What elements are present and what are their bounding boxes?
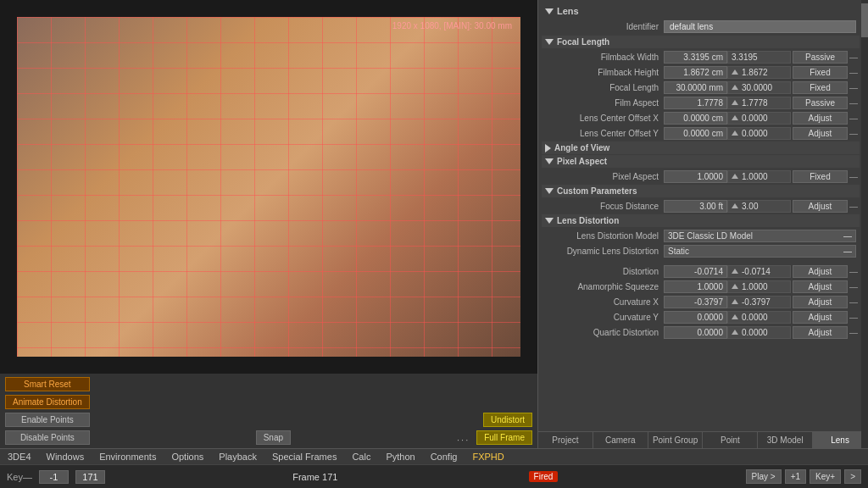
lens-distortion-model-label: Lens Distortion Model xyxy=(545,231,664,241)
anamorphic-val1[interactable]: 1.0000 xyxy=(664,280,727,293)
disable-points-button[interactable]: Disable Points xyxy=(5,430,90,445)
quartic-val2[interactable]: 0.0000 xyxy=(727,326,791,339)
film-aspect-mode[interactable]: Passive xyxy=(793,97,848,109)
focal-length-collapse-icon[interactable] xyxy=(545,39,554,45)
lens-cx-label: Lens Center Offset X xyxy=(545,114,664,123)
quartic-mode[interactable]: Adjust xyxy=(793,326,848,339)
quartic-delta-icon xyxy=(732,330,738,335)
curvature-y-val1[interactable]: 0.0000 xyxy=(664,311,727,324)
tabs-row: Project Camera Point Group Point 3D Mode… xyxy=(538,431,868,448)
menu-options[interactable]: Options xyxy=(169,451,206,463)
scrollbar-thumb[interactable] xyxy=(861,3,868,37)
undistort-button[interactable]: Undistort xyxy=(483,413,532,427)
lens-cx-val1[interactable]: 0.0000 cm xyxy=(664,112,727,125)
key-minus-value[interactable]: -1 xyxy=(39,470,69,484)
filmback-height-mode[interactable]: Fixed xyxy=(793,66,848,79)
focal-length-val2[interactable]: 30.0000 xyxy=(727,81,791,94)
pixel-aspect-mode[interactable]: Fixed xyxy=(793,170,848,183)
menu-python[interactable]: Python xyxy=(383,451,417,463)
tab-3d-model[interactable]: 3D Model xyxy=(758,432,813,448)
curvature-x-val2[interactable]: -0.3797 xyxy=(727,296,791,308)
menu-calc[interactable]: Calc xyxy=(349,451,373,463)
ellipsis-icon[interactable]: ··· xyxy=(457,435,470,445)
tab-camera[interactable]: Camera xyxy=(593,432,648,448)
lens-distortion-model-value[interactable]: 3DE Classic LD Model — xyxy=(664,230,856,242)
lens-cy-mode[interactable]: Adjust xyxy=(793,127,848,140)
viewport-image: 1920 x 1080, [MAIN]: 30.00 mm xyxy=(17,17,520,357)
curvature-x-val1[interactable]: -0.3797 xyxy=(664,296,727,308)
curvature-y-delta-icon xyxy=(732,314,738,319)
menu-config[interactable]: Config xyxy=(428,451,460,463)
filmback-height-dash: — xyxy=(849,68,858,77)
menu-special-frames[interactable]: Special Frames xyxy=(270,451,339,463)
lens-cx-mode[interactable]: Adjust xyxy=(793,112,848,125)
custom-params-header: Custom Parameters xyxy=(542,185,860,197)
plus-one-button[interactable]: +1 xyxy=(785,469,806,484)
dynamic-lens-distortion-value[interactable]: Static — xyxy=(664,245,856,258)
distortion-val1[interactable]: -0.0714 xyxy=(664,265,727,278)
pixel-aspect-label: Pixel Aspect xyxy=(545,172,664,181)
film-aspect-label: Film Aspect xyxy=(545,98,664,108)
anamorphic-val2[interactable]: 1.0000 xyxy=(727,280,791,293)
lens-cy-label: Lens Center Offset Y xyxy=(545,129,664,138)
pixel-aspect-header: Pixel Aspect xyxy=(542,155,860,168)
distortion-val2[interactable]: -0.0714 xyxy=(727,265,791,278)
lens-distortion-model-row: Lens Distortion Model 3DE Classic LD Mod… xyxy=(542,228,860,243)
lens-cy-val2[interactable]: 0.0000 xyxy=(727,127,791,140)
snap-button[interactable]: Snap xyxy=(256,430,291,445)
anamorphic-mode[interactable]: Adjust xyxy=(793,280,848,293)
animate-distortion-button[interactable]: Animate Distortion xyxy=(5,395,90,409)
smart-reset-button[interactable]: Smart Reset xyxy=(5,377,90,391)
distortion-mode[interactable]: Adjust xyxy=(793,265,848,278)
curvature-y-val2[interactable]: 0.0000 xyxy=(727,311,791,324)
menu-environments[interactable]: Environments xyxy=(97,451,159,463)
focus-distance-val1[interactable]: 3.00 ft xyxy=(664,200,727,213)
curvature-y-mode[interactable]: Adjust xyxy=(793,311,848,324)
full-frame-button[interactable]: Full Frame xyxy=(476,430,532,445)
menu-3de4[interactable]: 3DE4 xyxy=(5,451,34,463)
quartic-val1[interactable]: 0.0000 xyxy=(664,326,727,339)
lens-cy-val1[interactable]: 0.0000 cm xyxy=(664,127,727,140)
angle-of-view-header: Angle of View xyxy=(542,141,860,154)
filmback-height-val1[interactable]: 1.8672 cm xyxy=(664,66,727,79)
curvature-x-mode[interactable]: Adjust xyxy=(793,296,848,308)
focal-length-row: Focal Length 30.0000 mm 30.0000 Fixed — xyxy=(542,80,860,95)
lens-cx-val2[interactable]: 0.0000 xyxy=(727,112,791,125)
menu-fxphd[interactable]: FXPHD xyxy=(470,451,506,463)
film-aspect-val2[interactable]: 1.7778 xyxy=(727,97,791,109)
lens-collapse-icon[interactable] xyxy=(545,8,554,14)
tab-project[interactable]: Project xyxy=(538,432,593,448)
angle-of-view-collapse-icon[interactable] xyxy=(545,144,551,152)
tab-point-group[interactable]: Point Group xyxy=(648,432,704,448)
identifier-input[interactable] xyxy=(664,20,856,33)
menu-playback[interactable]: Playback xyxy=(216,451,259,463)
curvature-x-delta-icon xyxy=(732,299,738,304)
custom-params-collapse-icon[interactable] xyxy=(545,188,554,194)
pixel-aspect-delta-icon xyxy=(732,174,738,179)
pixel-aspect-val1[interactable]: 1.0000 xyxy=(664,170,727,183)
tab-lens[interactable]: Lens xyxy=(813,432,868,448)
arrow-right-button[interactable]: > xyxy=(844,469,861,484)
fired-badge: Fired xyxy=(529,471,559,482)
tab-point[interactable]: Point xyxy=(703,432,758,448)
filmback-width-val2[interactable]: 3.3195 xyxy=(727,51,791,64)
menu-windows[interactable]: Windows xyxy=(44,451,87,463)
key-plus-button[interactable]: Key+ xyxy=(810,469,841,484)
lens-panel[interactable]: Lens Identifier Focal Length Filmback Wi… xyxy=(538,0,868,431)
focus-distance-val2[interactable]: 3.00 xyxy=(727,200,791,213)
play-button[interactable]: Play > xyxy=(746,469,782,484)
focal-length-val1[interactable]: 30.0000 mm xyxy=(664,81,727,94)
focus-distance-label: Focus Distance xyxy=(545,202,664,211)
enable-points-button[interactable]: Enable Points xyxy=(5,413,90,427)
filmback-height-val2[interactable]: 1.8672 xyxy=(727,66,791,79)
focus-distance-mode[interactable]: Adjust xyxy=(793,200,848,213)
pixel-aspect-collapse-icon[interactable] xyxy=(545,158,554,164)
film-aspect-val1[interactable]: 1.7778 xyxy=(664,97,727,109)
focus-distance-dash: — xyxy=(849,202,858,211)
focal-length-mode[interactable]: Fixed xyxy=(793,81,848,94)
pixel-aspect-val2[interactable]: 1.0000 xyxy=(727,170,791,183)
filmback-width-val1[interactable]: 3.3195 cm xyxy=(664,51,727,64)
lens-distortion-collapse-icon[interactable] xyxy=(545,218,554,224)
filmback-width-mode[interactable]: Passive xyxy=(793,51,848,64)
frame-display-value[interactable]: 171 xyxy=(75,470,105,484)
